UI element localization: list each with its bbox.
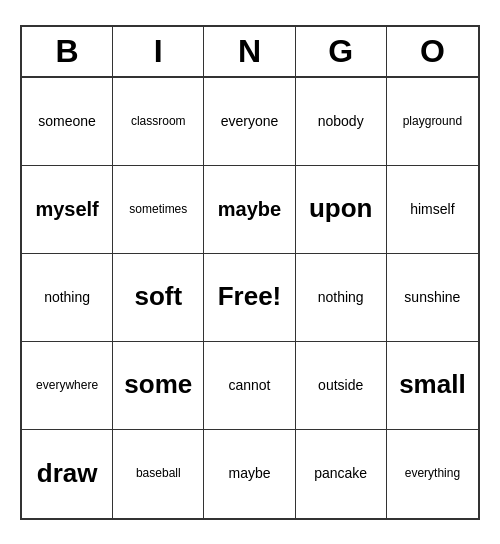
header-o: O bbox=[387, 27, 478, 76]
bingo-cell-7[interactable]: maybe bbox=[204, 166, 295, 254]
header-i: I bbox=[113, 27, 204, 76]
bingo-cell-24[interactable]: everything bbox=[387, 430, 478, 518]
bingo-cell-6[interactable]: sometimes bbox=[113, 166, 204, 254]
bingo-cell-17[interactable]: cannot bbox=[204, 342, 295, 430]
header-b: B bbox=[22, 27, 113, 76]
bingo-cell-15[interactable]: everywhere bbox=[22, 342, 113, 430]
bingo-cell-14[interactable]: sunshine bbox=[387, 254, 478, 342]
bingo-cell-4[interactable]: playground bbox=[387, 78, 478, 166]
bingo-cell-0[interactable]: someone bbox=[22, 78, 113, 166]
bingo-cell-16[interactable]: some bbox=[113, 342, 204, 430]
bingo-cell-5[interactable]: myself bbox=[22, 166, 113, 254]
bingo-cell-10[interactable]: nothing bbox=[22, 254, 113, 342]
bingo-header: B I N G O bbox=[22, 27, 478, 78]
bingo-cell-3[interactable]: nobody bbox=[296, 78, 387, 166]
header-g: G bbox=[296, 27, 387, 76]
bingo-grid: someoneclassroomeveryonenobodyplayground… bbox=[22, 78, 478, 518]
bingo-cell-20[interactable]: draw bbox=[22, 430, 113, 518]
bingo-cell-8[interactable]: upon bbox=[296, 166, 387, 254]
bingo-cell-18[interactable]: outside bbox=[296, 342, 387, 430]
bingo-cell-12[interactable]: Free! bbox=[204, 254, 295, 342]
bingo-cell-23[interactable]: pancake bbox=[296, 430, 387, 518]
header-n: N bbox=[204, 27, 295, 76]
bingo-cell-9[interactable]: himself bbox=[387, 166, 478, 254]
bingo-cell-13[interactable]: nothing bbox=[296, 254, 387, 342]
bingo-cell-2[interactable]: everyone bbox=[204, 78, 295, 166]
bingo-cell-19[interactable]: small bbox=[387, 342, 478, 430]
bingo-cell-21[interactable]: baseball bbox=[113, 430, 204, 518]
bingo-cell-11[interactable]: soft bbox=[113, 254, 204, 342]
bingo-cell-1[interactable]: classroom bbox=[113, 78, 204, 166]
bingo-cell-22[interactable]: maybe bbox=[204, 430, 295, 518]
bingo-card: B I N G O someoneclassroomeveryonenobody… bbox=[20, 25, 480, 520]
